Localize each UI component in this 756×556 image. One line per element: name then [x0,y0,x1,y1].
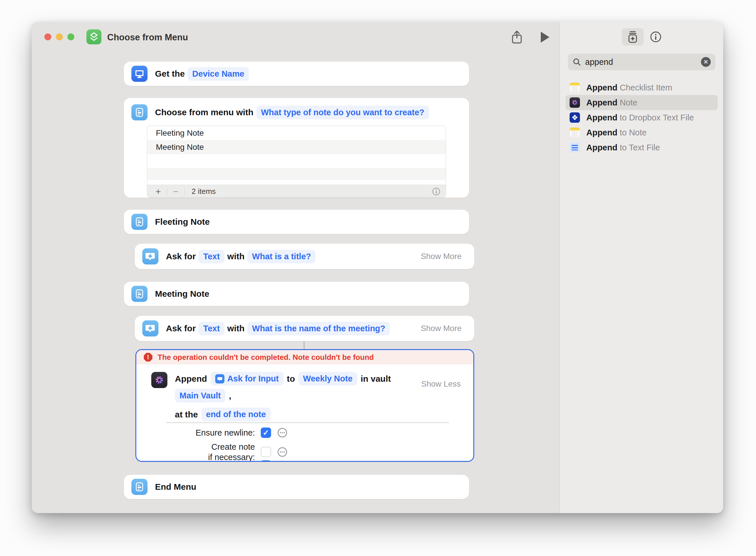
action-text: Ask for [166,323,196,333]
result-append-note[interactable]: AppendNote [565,95,718,110]
option-label: Ensure newline: [196,427,255,438]
device-icon [131,66,147,82]
play-icon [541,32,549,43]
menu-list-footer: + − 2 items [147,185,446,198]
text-file-icon [570,142,580,153]
variable-label: Ask for Input [227,374,279,383]
option-label: Open or focus note: [181,460,255,462]
error-icon: ! [144,353,152,361]
menu-item-row[interactable]: Fleeting Note [147,126,446,140]
result-append-checklist-item[interactable]: AppendChecklist Item [565,80,718,95]
show-more-link[interactable]: Show More [421,252,461,261]
action-library-toggle-button[interactable] [622,28,644,45]
option-label: Create note if necessary: [208,442,255,462]
action-text: Ask for [166,251,196,261]
action-ask-for-meeting-name[interactable]: Ask for Text with What is the name of th… [135,316,474,341]
divider [184,187,185,196]
flow-connector [304,341,305,350]
error-message: The operation couldn't be completed. Not… [158,353,374,362]
clear-search-icon[interactable]: ✕ [701,57,711,67]
input-type-token[interactable]: Text [199,322,224,335]
result-append-dropbox-text-file[interactable]: ❖ Appendto Dropbox Text File [565,110,718,125]
action-text: Append [175,374,207,384]
variable-options-icon[interactable] [277,447,288,457]
close-window-button[interactable] [44,33,51,40]
shortcut-app-icon [87,29,101,44]
run-shortcut-button[interactable] [538,31,552,44]
ask-for-input-variable-token[interactable]: Ask for Input [211,372,283,385]
minimize-window-button[interactable] [56,33,63,40]
prompt-token[interactable]: What is the name of the meeting? [247,322,390,335]
menu-prompt-token[interactable]: What type of note do you want to create? [256,106,429,119]
menu-item-row-empty [147,168,446,180]
menu-case-meeting-note[interactable]: Meeting Note [124,282,469,306]
menu-item-row[interactable]: Meeting Note [147,140,446,154]
case-label: Meeting Note [155,289,209,299]
position-token[interactable]: end of the note [201,408,271,421]
obsidian-gear-icon [570,97,580,108]
search-input[interactable] [585,57,697,67]
window-title: Choose from Menu [107,32,188,43]
shortcuts-window: Choose from Menu Get the [32,22,723,513]
device-name-token[interactable]: Device Name [187,67,249,81]
obsidian-gear-icon [151,372,167,388]
action-text: with [227,251,245,261]
variable-options-icon[interactable] [277,427,288,438]
action-text: to [287,374,295,384]
search-results-list: AppendChecklist Item AppendNote ❖ Append… [565,80,718,155]
action-text: at the [175,410,198,419]
error-banner: ! The operation couldn't be completed. N… [136,350,473,364]
action-text: in vault [361,374,391,384]
action-search-field[interactable]: ✕ [568,54,715,70]
ask-input-icon [142,320,159,337]
action-append-note-selected[interactable]: ! The operation couldn't be completed. N… [135,349,474,462]
info-icon [649,31,662,43]
info-icon[interactable] [432,187,441,196]
notes-icon [570,82,580,93]
ensure-newline-checkbox[interactable]: ✓ [261,427,271,438]
notes-icon [570,127,580,138]
menu-icon [131,286,147,302]
action-text: Get the [155,69,185,79]
action-get-device-name[interactable]: Get the Device Name [124,62,469,86]
show-more-link[interactable]: Show More [421,324,461,333]
create-note-checkbox[interactable] [261,447,271,457]
ask-input-icon [142,248,159,265]
input-type-token[interactable]: Text [199,250,224,263]
action-library-icon [626,30,639,43]
menu-item-row-empty [147,180,446,185]
result-append-to-note[interactable]: Appendto Note [565,125,718,140]
action-text: with [227,323,245,333]
layers-icon [88,31,100,43]
variable-options-icon[interactable] [277,460,288,462]
zoom-window-button[interactable] [67,33,74,40]
search-icon [573,58,581,66]
case-label: End Menu [155,482,196,492]
show-less-link[interactable]: Show Less [421,379,461,389]
add-menu-item-button[interactable]: + [152,187,164,196]
dropbox-icon: ❖ [570,112,580,123]
prompt-token[interactable]: What is a title? [247,250,316,263]
open-or-focus-checkbox[interactable]: ✓ [261,460,271,462]
note-token[interactable]: Weekly Note [299,372,357,385]
action-end-menu[interactable]: End Menu [124,475,469,499]
action-ask-for-title[interactable]: Ask for Text with What is a title? Show … [135,244,474,269]
result-append-to-text-file[interactable]: Appendto Text File [565,140,718,155]
share-icon [511,30,523,44]
shortcut-details-toggle-button[interactable] [645,28,667,45]
remove-menu-item-button[interactable]: − [170,187,181,196]
action-text: , [229,391,231,401]
menu-icon [131,104,147,120]
action-choose-from-menu[interactable]: Choose from menu with What type of note … [124,98,469,198]
menu-items-list: Fleeting Note Meeting Note + − 2 items [147,126,446,198]
divider [166,422,449,423]
menu-case-fleeting-note[interactable]: Fleeting Note [124,210,469,234]
menu-item-row-empty [147,154,446,168]
vault-token[interactable]: Main Vault [175,389,225,403]
menu-item-count: 2 items [192,187,216,196]
editor-canvas: Choose from Menu Get the [32,22,559,513]
action-library-sidebar: ✕ AppendChecklist Item AppendNote ❖ Appe… [559,22,723,513]
variable-bubble-icon [215,374,225,383]
share-button[interactable] [510,31,524,44]
case-label: Fleeting Note [155,217,210,227]
